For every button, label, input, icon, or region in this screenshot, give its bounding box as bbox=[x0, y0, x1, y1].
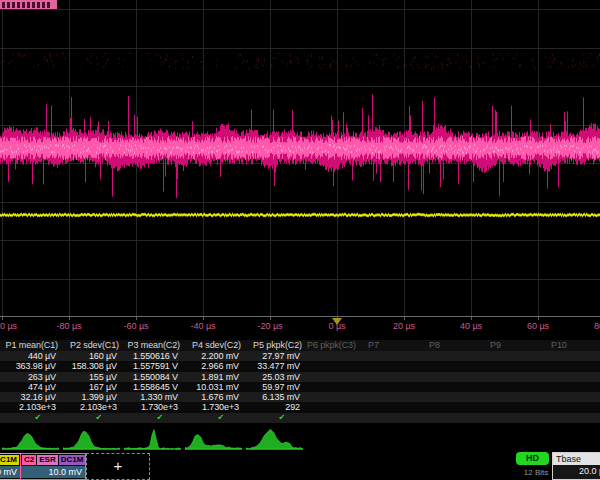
table-row: 474 µV167 µV1.558645 V10.031 mV59.97 mV bbox=[0, 382, 600, 392]
table-cell bbox=[427, 382, 488, 392]
table-cell: 27.97 mV bbox=[244, 351, 305, 361]
table-cell bbox=[366, 361, 427, 371]
param-header-P3[interactable]: P3 mean(C2) bbox=[122, 340, 183, 351]
param-header-P4[interactable]: P4 sdev(C2) bbox=[183, 340, 244, 351]
table-cell bbox=[305, 382, 366, 392]
table-cell: 263 µV bbox=[0, 372, 61, 382]
table-cell bbox=[366, 382, 427, 392]
c1-scale: 10.0 mV bbox=[0, 466, 20, 478]
table-status-row: ✔✔✔✔✔ bbox=[0, 413, 600, 423]
table-row: 263 µV155 µV1.550084 V1.891 mV25.03 mV bbox=[0, 372, 600, 382]
axis-tick-mark bbox=[203, 317, 204, 320]
table-cell bbox=[549, 372, 600, 382]
table-cell: 1.557591 V bbox=[122, 361, 183, 371]
axis-tick-mark bbox=[538, 317, 539, 320]
table-cell: 33.477 mV bbox=[244, 361, 305, 371]
table-cell: 1.550616 V bbox=[122, 351, 183, 361]
table-cell: 32.16 µV bbox=[0, 392, 61, 402]
table-cell bbox=[305, 392, 366, 402]
c2-esr-badge: ESR bbox=[37, 455, 57, 465]
table-cell: 155 µV bbox=[61, 372, 122, 382]
histicon-P3 bbox=[124, 428, 181, 451]
table-cell bbox=[305, 351, 366, 361]
param-header-P10[interactable]: P10 bbox=[549, 340, 600, 351]
histicon-row bbox=[0, 428, 600, 453]
table-row: 2.103e+32.103e+31.730e+31.730e+3292 bbox=[0, 402, 600, 412]
table-cell: 1.891 mV bbox=[183, 372, 244, 382]
status-empty bbox=[488, 413, 549, 423]
waveform-canvas[interactable] bbox=[0, 0, 600, 317]
table-cell bbox=[549, 392, 600, 402]
table-cell bbox=[366, 392, 427, 402]
table-cell bbox=[427, 351, 488, 361]
status-check-icon: ✔ bbox=[244, 413, 305, 423]
table-cell bbox=[366, 372, 427, 382]
table-cell bbox=[366, 402, 427, 412]
time-tick-label: -60 µs bbox=[123, 321, 148, 331]
table-row: 32.16 µV1.399 µV1.330 mV1.676 mV6.135 mV bbox=[0, 392, 600, 402]
channel-descriptor-c2[interactable]: C2 ESR DC1M 10.0 mV bbox=[20, 453, 86, 480]
timebase-value: 20.0 µs/div bbox=[553, 465, 600, 478]
param-header-P8[interactable]: P8 bbox=[427, 340, 488, 351]
table-cell bbox=[488, 351, 549, 361]
trigger-marker-icon[interactable] bbox=[332, 318, 342, 325]
param-header-P1[interactable]: P1 mean(C1) bbox=[0, 340, 61, 351]
table-cell: 1.558645 V bbox=[122, 382, 183, 392]
table-cell: 2.200 mV bbox=[183, 351, 244, 361]
c2-coupling-badge: DC1M bbox=[59, 455, 86, 465]
status-check-icon: ✔ bbox=[183, 413, 244, 423]
param-header-P9[interactable]: P9 bbox=[488, 340, 549, 351]
status-empty bbox=[549, 413, 600, 423]
table-cell: 2.103e+3 bbox=[61, 402, 122, 412]
param-header-P7[interactable]: P7 bbox=[366, 340, 427, 351]
channel-descriptor-c1[interactable]: DC1M 10.0 mV bbox=[0, 453, 21, 480]
table-cell: 25.03 mV bbox=[244, 372, 305, 382]
table-cell bbox=[488, 361, 549, 371]
table-cell bbox=[549, 361, 600, 371]
table-cell bbox=[427, 361, 488, 371]
c1-coupling-badge: DC1M bbox=[0, 455, 19, 465]
histicon-P1 bbox=[2, 428, 59, 451]
param-header-P2[interactable]: P2 sdev(C1) bbox=[61, 340, 122, 351]
table-cell: 1.730e+3 bbox=[122, 402, 183, 412]
time-tick-label: -80 µs bbox=[56, 321, 81, 331]
cropped-toolbar-label bbox=[2, 2, 50, 8]
time-axis: -100 µs-80 µs-60 µs-40 µs-20 µs0 µs20 µs… bbox=[0, 317, 600, 337]
axis-tick-mark bbox=[136, 317, 137, 320]
table-cell bbox=[305, 372, 366, 382]
param-header-P5[interactable]: P5 pkpk(C2) bbox=[244, 340, 305, 351]
param-header-P6[interactable]: P6 pkpk(C3) bbox=[305, 340, 366, 351]
time-tick-label: 60 µs bbox=[527, 321, 549, 331]
cropped-toolbar-button[interactable] bbox=[0, 0, 57, 9]
time-tick-label: 40 µs bbox=[460, 321, 482, 331]
add-trace-button[interactable]: + bbox=[86, 453, 150, 480]
table-cell: 2.103e+3 bbox=[0, 402, 61, 412]
table-cell bbox=[488, 382, 549, 392]
time-tick-label: 80 µs bbox=[594, 321, 600, 331]
axis-tick-mark bbox=[270, 317, 271, 320]
histicon-P5 bbox=[246, 428, 303, 451]
table-cell: 167 µV bbox=[61, 382, 122, 392]
table-cell bbox=[488, 372, 549, 382]
table-cell bbox=[488, 402, 549, 412]
oscilloscope-screen: -100 µs-80 µs-60 µs-40 µs-20 µs0 µs20 µs… bbox=[0, 0, 600, 480]
table-cell bbox=[427, 402, 488, 412]
hd-badge[interactable]: HD bbox=[516, 452, 549, 465]
table-cell: 440 µV bbox=[0, 351, 61, 361]
status-check-icon: ✔ bbox=[122, 413, 183, 423]
timebase-descriptor[interactable]: Tbase 20.0 µs/div bbox=[552, 452, 600, 480]
status-empty bbox=[366, 413, 427, 423]
c2-label-badge: C2 bbox=[22, 455, 36, 465]
timebase-label: Tbase bbox=[553, 453, 600, 465]
table-cell: 1.730e+3 bbox=[183, 402, 244, 412]
table-cell: 10.031 mV bbox=[183, 382, 244, 392]
table-cell bbox=[305, 402, 366, 412]
plus-icon: + bbox=[114, 457, 123, 474]
histicon-P2 bbox=[63, 428, 120, 451]
time-tick-label: 20 µs bbox=[393, 321, 415, 331]
table-cell bbox=[549, 351, 600, 361]
axis-tick-mark bbox=[404, 317, 405, 320]
table-cell bbox=[427, 392, 488, 402]
table-cell bbox=[305, 361, 366, 371]
time-tick-label: -100 µs bbox=[0, 321, 17, 331]
